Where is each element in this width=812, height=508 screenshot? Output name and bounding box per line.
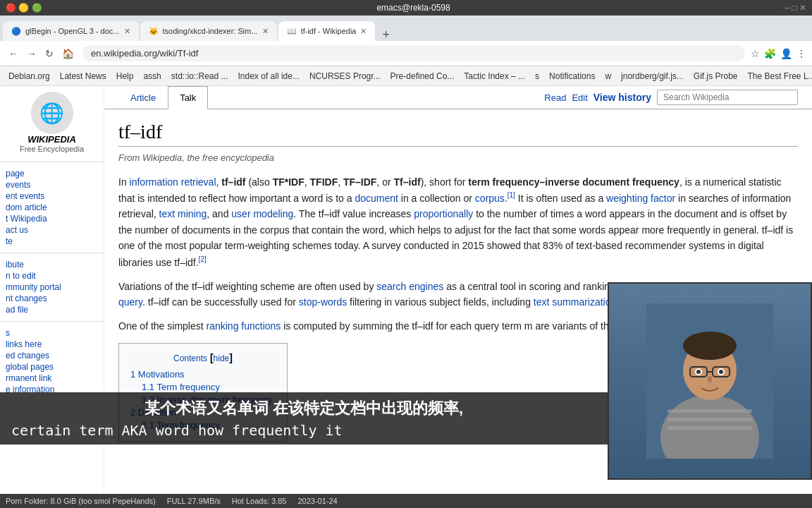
bookmark-s[interactable]: s [532, 70, 542, 83]
status-bar: Porn Folder: 8.0 GiB (too smol PepeHands… [0, 494, 812, 508]
bookmark-tactic[interactable]: Tactic Index – ... [461, 70, 528, 83]
sidebar-link-current-events[interactable]: ent events [0, 190, 104, 202]
bookmark-star-icon[interactable]: ☆ [751, 48, 760, 59]
tab-3[interactable]: 📖 tf-idf - Wikipedia ✕ [278, 21, 376, 41]
toc-link-term-freq[interactable]: 1.1 Term frequency [142, 382, 220, 392]
profile-icon[interactable]: 👤 [780, 48, 792, 59]
svg-point-6 [683, 332, 737, 360]
link-text-mining[interactable]: text mining [159, 208, 207, 219]
toc-hide-button[interactable]: hide [214, 353, 230, 363]
link-query[interactable]: query [118, 296, 142, 308]
link-stopwords[interactable]: stop-words [299, 296, 347, 308]
tab1-favicon: 🔵 [11, 27, 21, 36]
link-user-modeling[interactable]: user modeling [231, 208, 293, 219]
title-bar-text: emacs@rekla-0598 [376, 3, 450, 13]
bookmark-notifications[interactable]: Notifications [546, 70, 598, 83]
bookmark-predefined[interactable]: Pre-defined Co... [388, 70, 457, 83]
bookmark-ncurses[interactable]: NCURSES Progr... [307, 70, 383, 83]
sidebar-nav: page events ent events dom article t Wik… [0, 165, 104, 250]
reload-button[interactable]: ↻ [42, 47, 56, 61]
sidebar-link-donate[interactable]: te [0, 236, 104, 247]
sidebar-link-page[interactable]: page [0, 168, 104, 179]
subtitle-english: certain term AKA word how frequently it [11, 422, 596, 439]
subtitle-overlay: 某个术语又名单词 在该特定文档中出现的频率, certain term AKA … [0, 392, 608, 445]
sidebar-link-special[interactable]: global pages [0, 361, 104, 373]
status-item-2: FULL 27.9MB/s [167, 497, 221, 505]
wikipedia-logo: 🌐 [31, 92, 73, 134]
sidebar-link-s[interactable]: s [0, 327, 104, 339]
home-button[interactable]: 🏠 [59, 47, 77, 61]
bookmark-index[interactable]: Index of all ide... [235, 70, 302, 83]
link-document[interactable]: document [355, 193, 398, 204]
url-input[interactable] [82, 45, 745, 61]
sidebar-link-about[interactable]: t Wikipedia [0, 213, 104, 224]
page-title: tf–idf [118, 121, 798, 147]
wiki-logo-title: WIKIPEDIA [6, 134, 98, 145]
window-controls: – □ ✕ [785, 3, 806, 13]
tab1-label: glBegin - OpenGL 3 - doc... [25, 27, 120, 35]
bookmark-gifprobe[interactable]: Gif.js Probe [691, 70, 741, 83]
bookmark-debian[interactable]: Debian.org [6, 70, 53, 83]
link-ranking-functions[interactable]: ranking functions [207, 320, 281, 332]
bookmark-news[interactable]: Latest News [57, 70, 109, 83]
address-bar: ← → ↻ 🏠 ☆ 🧩 👤 ⋮ [0, 41, 812, 66]
extensions-icon[interactable]: 🧩 [764, 48, 776, 59]
video-inner [609, 284, 811, 478]
wiki-read-action[interactable]: Read [544, 92, 566, 103]
bookmark-gif[interactable]: jnordberg/gif.js... [618, 70, 687, 83]
sidebar-link-events[interactable]: events [0, 179, 104, 190]
svg-rect-3 [668, 418, 752, 421]
tab3-close[interactable]: ✕ [360, 27, 367, 36]
tab2-favicon: 🐱 [149, 27, 159, 36]
tab-talk[interactable]: Talk [168, 86, 208, 109]
tab-article[interactable]: Article [118, 86, 168, 109]
title-bar: 🔴 🟡 🟢 emacs@rekla-0598 – □ ✕ [0, 0, 812, 16]
sidebar-link-upload[interactable]: ad file [0, 304, 104, 315]
bookmark-help[interactable]: Help [113, 70, 137, 83]
bookmark-w[interactable]: w [602, 70, 614, 83]
bookmarks-bar: Debian.org Latest News Help assh std::io… [0, 66, 812, 86]
tab-2[interactable]: 🐱 tsoding/xkcd-indexer: Sim... ✕ [140, 21, 277, 41]
sidebar-link-contact[interactable]: act us [0, 224, 104, 236]
toc-link-motivations[interactable]: 1 Motivations [130, 369, 185, 380]
link-proportionally[interactable]: proportionally [414, 208, 473, 219]
sidebar-link-permanent[interactable]: rmanent link [0, 373, 104, 384]
bookmark-freefont[interactable]: The Best Free L... [745, 70, 812, 83]
sidebar-logo: 🌐 WIKIPEDIA Free Encyclopedia [0, 86, 104, 159]
sidebar-link-community[interactable]: mmunity portal [0, 282, 104, 293]
wiki-search-input[interactable] [657, 90, 798, 105]
toc-item-11: 1.1 Term frequency [130, 382, 276, 392]
tab-bar: 🔵 glBegin - OpenGL 3 - doc... ✕ 🐱 tsodin… [0, 16, 812, 41]
wiki-sidebar: 🌐 WIKIPEDIA Free Encyclopedia page event… [0, 86, 104, 508]
status-item-3: Hot Loads: 3.85 [232, 497, 287, 505]
status-item-4: 2023-01-24 [297, 497, 337, 505]
link-search-engines[interactable]: search engines [376, 281, 443, 292]
link-information-retrieval[interactable]: information retrieval [130, 176, 216, 188]
new-tab-button[interactable]: + [376, 28, 395, 41]
sidebar-link-recent[interactable]: nt changes [0, 293, 104, 304]
bookmark-assh[interactable]: assh [140, 70, 164, 83]
svg-point-13 [719, 370, 723, 374]
tab-1[interactable]: 🔵 glBegin - OpenGL 3 - doc... ✕ [3, 21, 139, 41]
sidebar-more: s links here ed changes global pages rma… [0, 325, 104, 398]
tab2-close[interactable]: ✕ [262, 27, 269, 36]
sidebar-link-edit[interactable]: n to edit [0, 270, 104, 282]
sidebar-link-whatlinks[interactable]: links here [0, 339, 104, 350]
wiki-history-action[interactable]: View history [593, 92, 651, 103]
sidebar-link-contribute[interactable]: ibute [0, 259, 104, 270]
link-corpus[interactable]: corpus [475, 193, 505, 204]
browser-chrome: 🔴 🟡 🟢 emacs@rekla-0598 – □ ✕ 🔵 glBegin -… [0, 0, 812, 86]
back-button[interactable]: ← [6, 47, 21, 61]
wiki-edit-action[interactable]: Edit [572, 92, 587, 103]
bookmark-stdio[interactable]: std::io::Read ... [168, 70, 231, 83]
tab2-label: tsoding/xkcd-indexer: Sim... [163, 27, 258, 35]
sidebar-link-related[interactable]: ed changes [0, 350, 104, 361]
video-overlay [608, 282, 812, 480]
menu-icon[interactable]: ⋮ [796, 48, 806, 59]
forward-button[interactable]: → [24, 47, 39, 61]
tab3-label: tf-idf - Wikipedia [301, 27, 357, 35]
link-text-summarization[interactable]: text summarization [534, 296, 616, 308]
link-weighting[interactable]: weighting factor [606, 193, 675, 204]
sidebar-link-random[interactable]: dom article [0, 202, 104, 213]
tab1-close[interactable]: ✕ [124, 27, 130, 36]
